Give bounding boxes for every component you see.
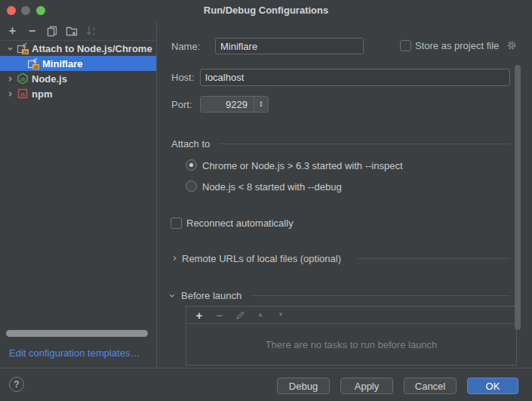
attach-to-separator [219,143,510,144]
svg-text:JS: JS [23,50,28,54]
attach-to-section-label: Attach to [171,138,210,150]
help-button[interactable]: ? [9,377,24,392]
add-configuration-button[interactable]: + [6,24,19,37]
chevron-down-icon[interactable] [169,293,177,301]
edit-configuration-templates-link[interactable]: Edit configuration templates… [9,347,140,359]
radio-chrome-inspect[interactable] [186,159,197,171]
copy-icon [46,25,58,37]
nodejs-icon: JS [17,72,29,85]
tree-item-label: Node.js [32,73,67,85]
name-label: Name: [171,41,200,52]
move-task-up-button: ▲ [255,310,266,320]
before-launch-panel: + − ▲ ▼ There are no tasks to run before… [186,306,517,366]
pencil-icon [235,310,245,320]
before-launch-section-toggle[interactable]: Before launch [181,290,241,301]
svg-text:z: z [92,32,94,36]
new-folder-icon [66,25,78,37]
remote-urls-separator [358,258,510,259]
titlebar: Run/Debug Configurations [0,0,532,21]
before-launch-separator [251,295,510,296]
attach-nodejs-icon: JS [17,42,29,54]
remove-configuration-button[interactable]: − [26,24,38,37]
plus-icon: + [196,310,203,321]
port-input[interactable] [201,97,254,112]
vertical-scrollbar[interactable] [515,65,521,330]
reconnect-automatically-checkbox[interactable] [171,217,182,229]
remote-urls-section-toggle[interactable]: Remote URLs of local files (optional) [182,253,341,264]
host-label: Host: [171,72,194,83]
arrow-up-icon: ▲ [257,312,263,318]
dialog-footer: ? Debug Apply Cancel OK [0,368,532,401]
minus-icon: − [217,310,223,321]
svg-text:JS: JS [20,77,25,82]
cancel-button[interactable]: Cancel [404,378,457,394]
radio-selected-dot [189,163,193,167]
move-task-down-button: ▼ [275,310,286,320]
spinner-down-icon[interactable]: ▼ [259,104,263,108]
tree-item-nodejs[interactable]: JS Node.js [0,71,156,86]
apply-button[interactable]: Apply [340,378,393,394]
horizontal-scrollbar[interactable] [6,330,148,337]
before-launch-toolbar: + − ▲ ▼ [186,307,516,324]
no-tasks-message: There are no tasks to run before launch [186,324,516,366]
chevron-down-icon[interactable] [5,45,15,52]
arrow-down-icon: ▼ [278,312,284,318]
tree-item-attach-to-node-chrome[interactable]: JS Attach to Node.js/Chrome [0,41,156,56]
plus-icon: + [9,25,16,37]
tree-item-label: npm [32,88,52,100]
attach-nodejs-icon: JS [27,57,39,69]
run-debug-configurations-dialog: Run/Debug Configurations + − [0,0,532,401]
name-input[interactable] [215,38,364,54]
chevron-right-icon[interactable] [5,76,15,82]
minus-icon: − [29,25,35,37]
ok-button[interactable]: OK [467,378,518,394]
gear-icon[interactable] [506,40,517,51]
tree-item-miniflare[interactable]: JS Miniflare [0,56,156,71]
port-label: Port: [171,99,192,110]
tree-item-npm[interactable]: n npm [0,86,156,101]
configurations-sidebar: + − az [0,21,157,368]
configurations-tree: JS Attach to Node.js/Chrome JS Miniflare… [0,41,156,101]
radio-node-debug-label: Node.js < 8 started with --debug [202,181,342,193]
copy-configuration-button[interactable] [45,24,58,37]
edit-task-button [235,310,245,320]
port-stepper[interactable]: ▲ ▼ [254,97,268,112]
radio-node-debug[interactable] [186,180,197,192]
svg-text:n: n [20,91,25,98]
sort-az-icon: az [85,25,97,37]
chevron-right-icon[interactable] [171,255,179,263]
remove-task-button: − [214,310,225,320]
reconnect-automatically-label: Reconnect automatically [186,217,294,229]
sort-configurations-button[interactable]: az [85,24,97,37]
question-mark-icon: ? [14,379,19,390]
create-folder-button[interactable] [65,24,78,37]
add-task-button[interactable]: + [194,310,204,320]
window-title: Run/Debug Configurations [0,5,532,16]
npm-icon: n [17,88,29,100]
radio-chrome-inspect-label: Chrome or Node.js > 6.3 started with --i… [202,160,403,171]
debug-button[interactable]: Debug [277,378,330,394]
tree-item-label: Attach to Node.js/Chrome [32,43,152,54]
svg-text:a: a [92,26,95,31]
store-as-project-file-label: Store as project file [415,40,499,51]
chevron-right-icon[interactable] [5,91,15,97]
tree-item-label: Miniflare [42,58,82,69]
sidebar-toolbar: + − az [0,21,156,41]
port-spinner-field: ▲ ▼ [200,96,269,113]
svg-text:JS: JS [33,65,38,69]
host-input[interactable] [200,69,510,86]
store-as-project-file-checkbox[interactable] [400,40,411,51]
